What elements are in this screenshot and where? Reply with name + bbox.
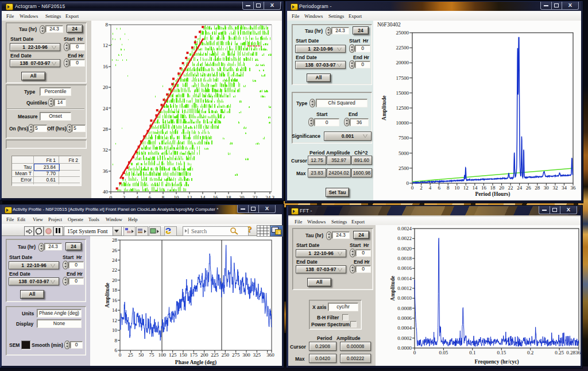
svg-text:14: 14	[112, 307, 118, 313]
svg-text:6: 6	[438, 185, 440, 191]
svg-text:34: 34	[562, 185, 567, 191]
svg-text:300: 300	[242, 352, 250, 358]
svg-text:0.05: 0.05	[439, 350, 448, 355]
svg-text:Phase Angle (deg): Phase Angle (deg)	[175, 360, 216, 366]
svg-text:0.0000: 0.0000	[397, 345, 412, 351]
svg-text:25000: 25000	[396, 30, 409, 36]
svg-text:325: 325	[253, 352, 261, 358]
svg-text:20: 20	[499, 185, 505, 191]
svg-text:175: 175	[190, 352, 198, 358]
svg-text:14: 14	[472, 185, 478, 191]
svg-text:22: 22	[508, 185, 513, 191]
svg-text:18: 18	[112, 287, 118, 293]
svg-text:0: 0	[119, 352, 122, 358]
svg-text:100: 100	[158, 352, 167, 358]
svg-text:7500: 7500	[399, 135, 409, 141]
svg-text:Period (Hours): Period (Hours)	[475, 191, 510, 198]
svg-text:20: 20	[112, 277, 118, 283]
svg-text:28: 28	[535, 185, 540, 191]
svg-text:15000: 15000	[396, 90, 409, 96]
svg-text:16: 16	[112, 297, 118, 303]
svg-text:5000: 5000	[399, 150, 409, 156]
svg-text:26: 26	[112, 248, 118, 253]
svg-text:36: 36	[571, 185, 577, 191]
svg-text:0.0010: 0.0010	[397, 295, 412, 301]
svg-text:22500: 22500	[396, 45, 409, 51]
svg-text:0.2: 0.2	[527, 350, 533, 355]
svg-text:22: 22	[112, 267, 117, 273]
svg-text:12: 12	[463, 185, 469, 191]
svg-text:50: 50	[138, 352, 144, 358]
svg-text:10: 10	[112, 327, 118, 333]
svg-text:225: 225	[211, 352, 219, 358]
svg-text:Frequency (hr/cyc): Frequency (hr/cyc)	[474, 359, 519, 365]
svg-text:28: 28	[112, 237, 118, 243]
svg-text:250: 250	[222, 352, 230, 358]
svg-text:6: 6	[115, 347, 118, 353]
svg-text:0.0018: 0.0018	[397, 256, 412, 261]
svg-text:0.0002: 0.0002	[397, 335, 412, 341]
svg-text:Amplitude: Amplitude	[381, 95, 387, 120]
svg-text:12: 12	[112, 318, 117, 323]
svg-text:0.0024: 0.0024	[397, 226, 412, 231]
svg-text:2: 2	[420, 185, 423, 191]
svg-text:24: 24	[517, 185, 523, 191]
svg-text:16: 16	[481, 185, 487, 191]
svg-text:12500: 12500	[396, 105, 409, 111]
svg-text:275: 275	[232, 352, 240, 358]
svg-text:0.25: 0.25	[555, 350, 564, 355]
svg-text:0.0014: 0.0014	[397, 276, 412, 281]
svg-text:Amplitude: Amplitude	[390, 276, 396, 300]
svg-text:10000: 10000	[396, 120, 409, 126]
svg-text:25: 25	[128, 352, 134, 358]
svg-text:75: 75	[149, 352, 155, 358]
svg-text:4: 4	[429, 185, 432, 191]
svg-text:0.15: 0.15	[497, 350, 506, 355]
svg-text:0.0006: 0.0006	[397, 315, 412, 321]
svg-text:0.2836: 0.2836	[566, 350, 581, 355]
svg-text:24: 24	[112, 257, 118, 263]
svg-text:0: 0	[413, 350, 416, 355]
svg-text:0.0004: 0.0004	[397, 325, 412, 331]
svg-text:200: 200	[200, 352, 208, 358]
svg-text:Amplitude: Amplitude	[105, 283, 110, 307]
svg-text:8: 8	[447, 185, 450, 191]
svg-text:0.0008: 0.0008	[397, 306, 412, 311]
svg-text:26: 26	[526, 185, 532, 191]
svg-text:0: 0	[411, 185, 414, 191]
svg-text:0: 0	[407, 180, 409, 186]
svg-text:0.0022: 0.0022	[397, 235, 412, 241]
svg-text:2500: 2500	[399, 165, 409, 171]
svg-text:0.0016: 0.0016	[397, 265, 412, 271]
svg-text:0.0020: 0.0020	[397, 246, 412, 252]
svg-text:20000: 20000	[396, 60, 409, 65]
svg-text:0.0012: 0.0012	[397, 285, 412, 291]
svg-text:8: 8	[115, 338, 118, 343]
svg-text:360: 360	[266, 352, 274, 358]
svg-text:N6F30402: N6F30402	[377, 22, 401, 28]
svg-text:125: 125	[169, 352, 177, 358]
svg-text:0.1: 0.1	[469, 350, 475, 355]
svg-text:30: 30	[544, 185, 550, 191]
svg-text:17500: 17500	[396, 75, 409, 81]
svg-text:150: 150	[179, 352, 187, 358]
svg-text:10: 10	[454, 185, 460, 191]
svg-text:32: 32	[552, 185, 558, 191]
svg-text:18: 18	[490, 185, 496, 191]
